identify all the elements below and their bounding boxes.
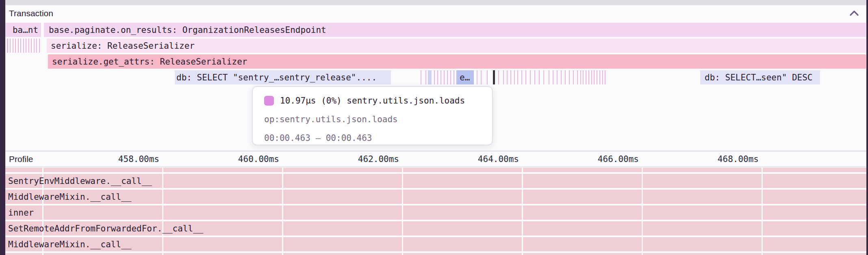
flame-frame-label: inner [8, 205, 34, 220]
span-tick[interactable] [425, 70, 426, 84]
span-bar[interactable]: serialize.get_attrs: ReleaseSerializer [48, 54, 866, 69]
span-tick[interactable] [521, 70, 522, 84]
span-row: db: SELECT "sentry_…sentry_release"....e… [5, 70, 866, 84]
axis-tick-label: 464.00ms [478, 151, 519, 166]
flamechart: SentryEnvMiddleware.__call__MiddlewareMi… [5, 167, 866, 255]
span-tick[interactable] [557, 70, 558, 84]
tooltip-op-text: op:sentry.utils.json.loads [264, 115, 398, 124]
flame-frame-label: MiddlewareMixin.__call__ [8, 237, 131, 251]
span-tick[interactable] [441, 70, 441, 84]
span-tick[interactable] [477, 70, 477, 84]
span-tick[interactable] [597, 70, 597, 84]
flame-frame-label: SetRemoteAddrFromForwardedFor.__call__ [8, 221, 203, 236]
span-tick[interactable] [591, 70, 592, 84]
span-tick[interactable] [517, 70, 518, 84]
span-tick[interactable] [588, 70, 589, 84]
span-tick[interactable] [599, 70, 600, 84]
span-tick[interactable] [530, 70, 531, 84]
trace-panel: Transaction ba…ntbase.paginate.on_result… [5, 0, 866, 255]
axis-gridline [162, 167, 163, 255]
top-strip [5, 0, 866, 5]
axis-tick-label: 468.00ms [718, 151, 759, 166]
tooltip-timerange-text: 00:00.463 — 00:00.463 [264, 133, 372, 143]
span-tick[interactable] [602, 70, 603, 84]
flame-frame[interactable] [5, 190, 866, 204]
span-tick[interactable] [510, 70, 511, 84]
span-bar[interactable]: db: SELECT…seen" DESC [700, 70, 820, 84]
chevron-up-icon [848, 8, 860, 19]
span-tick[interactable] [514, 70, 515, 84]
profile-section-title: Profile [9, 151, 33, 166]
span-bar[interactable]: ba…nt [5, 23, 41, 37]
span-tick[interactable] [573, 70, 574, 84]
tooltip-op-line: op:sentry.utils.json.loads [264, 112, 482, 126]
span-tick[interactable] [565, 70, 566, 84]
axis-tick-label: 460.00ms [238, 151, 279, 166]
span-row: serialize.get_attrs: ReleaseSerializer [5, 54, 866, 69]
span-tick[interactable] [503, 70, 504, 84]
span-tick[interactable] [447, 70, 448, 84]
span-tick[interactable] [534, 70, 535, 84]
span-tick[interactable] [434, 70, 435, 84]
span-bar-striped[interactable] [5, 39, 40, 53]
span-bar[interactable]: e… [456, 70, 474, 84]
span-tick[interactable] [543, 70, 544, 84]
span-tick[interactable] [580, 70, 581, 84]
span-tick[interactable] [594, 70, 595, 84]
span-tick[interactable] [437, 70, 438, 84]
span-tick[interactable] [454, 70, 454, 84]
span-tick[interactable] [561, 70, 562, 84]
flame-frame-label: SentryEnvMiddleware.__call__ [8, 174, 152, 188]
span-tooltip: 10.97µs (0%) sentry.utils.json.loads op:… [252, 86, 493, 145]
span-tick[interactable] [553, 70, 553, 84]
profiling-flamechart-view: Transaction ba…ntbase.paginate.on_result… [0, 0, 868, 255]
span-tick[interactable] [481, 70, 482, 84]
span-bar[interactable]: base.paginate.on_results: OrganizationRe… [44, 23, 866, 37]
axis-gridline [522, 167, 523, 255]
span-row: ba…ntbase.paginate.on_results: Organizat… [5, 23, 866, 37]
span-tick[interactable] [450, 70, 451, 84]
transaction-section-header: Transaction [5, 5, 866, 22]
tooltip-summary-line: 10.97µs (0%) sentry.utils.json.loads [264, 94, 482, 107]
span-tick[interactable] [605, 70, 605, 84]
flame-frame-partial[interactable] [5, 168, 866, 172]
span-mini-bar[interactable] [428, 70, 432, 84]
span-bar[interactable]: serialize: ReleaseSerializer [47, 39, 866, 53]
axis-gridline [762, 167, 763, 255]
flame-frame-label: MiddlewareMixin.__call__ [8, 190, 131, 204]
span-tick[interactable] [583, 70, 584, 84]
span-tick[interactable] [444, 70, 445, 84]
profile-section-header: Profile 458.00ms460.00ms462.00ms464.00ms… [5, 151, 866, 167]
axis-gridline [402, 167, 403, 255]
span-tick[interactable] [498, 70, 499, 84]
span-tick[interactable] [577, 70, 578, 84]
span-tick[interactable] [586, 70, 586, 84]
flame-frame-partial[interactable] [5, 253, 866, 255]
span-tick[interactable] [569, 70, 570, 84]
right-edge-bar [866, 0, 868, 255]
axis-gridline [282, 167, 283, 255]
span-tick[interactable] [421, 70, 421, 84]
span-tick[interactable] [525, 70, 526, 84]
span-row: serialize: ReleaseSerializer [5, 39, 866, 53]
span-tick[interactable] [507, 70, 508, 84]
axis-gridline [642, 167, 643, 255]
tooltip-timerange-line: 00:00.463 — 00:00.463 [264, 131, 482, 145]
flame-frame[interactable] [5, 205, 866, 220]
transaction-section-title: Transaction [9, 5, 53, 22]
left-edge-bar [0, 0, 5, 255]
span-mini-bar[interactable] [493, 70, 495, 84]
axis-tick-label: 458.00ms [118, 151, 159, 166]
flame-frame[interactable] [5, 237, 866, 251]
collapse-section-button[interactable] [848, 8, 860, 19]
axis-tick-label: 462.00ms [358, 151, 399, 166]
axis-tick-label: 466.00ms [598, 151, 639, 166]
tooltip-summary-text: 10.97µs (0%) sentry.utils.json.loads [280, 96, 465, 106]
span-bar[interactable]: db: SELECT "sentry_…sentry_release".... [175, 70, 391, 84]
span-tick[interactable] [487, 70, 488, 84]
span-tick[interactable] [539, 70, 540, 84]
span-color-swatch-icon [264, 96, 274, 106]
span-tick[interactable] [549, 70, 549, 84]
